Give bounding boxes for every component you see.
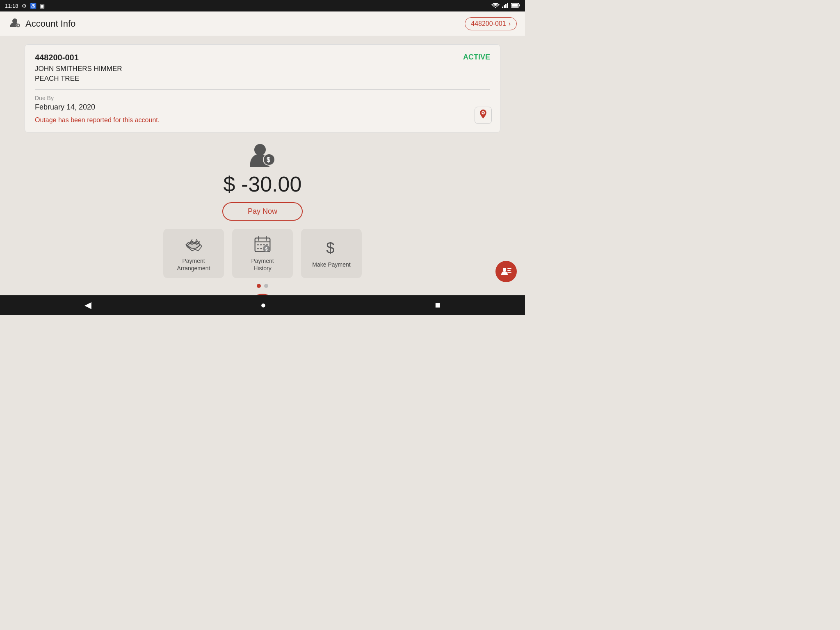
make-payment-button[interactable]: $ Make Payment: [301, 229, 362, 278]
svg-point-22: [263, 244, 265, 246]
page-title: Account Info: [25, 18, 75, 29]
home-button[interactable]: ●: [260, 300, 266, 310]
contacts-fab-icon: [500, 266, 512, 277]
wifi-icon: [491, 2, 500, 9]
account-status: ACTIVE: [463, 53, 490, 62]
accessibility-icon: ♿: [30, 3, 37, 9]
make-payment-label: Make Payment: [312, 261, 350, 268]
account-location: PEACH TREE: [35, 75, 490, 83]
status-bar-right: [491, 2, 520, 9]
recent-apps-button[interactable]: ■: [435, 300, 441, 310]
svg-text:$: $: [326, 240, 334, 256]
signal-icon: [502, 2, 509, 9]
svg-point-25: [260, 248, 262, 249]
settings-icon: ⚙: [22, 3, 27, 9]
svg-point-13: [254, 144, 266, 155]
svg-text:$: $: [265, 246, 267, 251]
balance-amount: $ -30.00: [224, 172, 302, 196]
back-button[interactable]: ◀: [84, 300, 91, 310]
pay-now-button[interactable]: Pay Now: [222, 202, 303, 221]
contacts-fab[interactable]: [495, 261, 517, 282]
account-number: 448200-001: [35, 53, 79, 62]
main-content: 448200-001 ACTIVE JOHN SMITHERS HIMMER P…: [0, 36, 525, 315]
status-bar-left: 11:18 ⚙ ♿ ▣: [5, 3, 45, 9]
svg-point-0: [495, 7, 496, 8]
account-badge-number: 448200-001: [471, 20, 506, 27]
svg-rect-1: [502, 7, 503, 8]
status-bar: 11:18 ⚙ ♿ ▣: [0, 0, 525, 11]
balance-section: $ $ -30.00 Pay Now: [25, 142, 500, 221]
handshake-icon: [185, 235, 203, 253]
payment-arrangement-button[interactable]: PaymentArrangement: [163, 229, 224, 278]
pagination-dot-2[interactable]: [264, 284, 268, 288]
account-icon: i: [8, 16, 21, 31]
chevron-right-icon: ›: [509, 20, 511, 27]
pagination-dot-1[interactable]: [257, 284, 261, 288]
svg-text:$: $: [267, 156, 270, 163]
payment-history-label: PaymentHistory: [251, 257, 274, 272]
outage-location-icon[interactable]: [475, 107, 492, 124]
outage-message: Outage has been reported for this accoun…: [35, 116, 490, 124]
svg-rect-3: [505, 4, 507, 8]
payment-history-button[interactable]: $ PaymentHistory: [232, 229, 293, 278]
payment-history-icon: $: [253, 235, 272, 253]
time-display: 11:18: [5, 3, 18, 9]
pagination-dots: [25, 284, 500, 288]
account-badge[interactable]: 448200-001 ›: [465, 17, 517, 30]
svg-point-29: [503, 268, 506, 271]
bottom-navigation-bar: ◀ ● ■: [0, 295, 525, 315]
svg-rect-2: [504, 5, 505, 8]
svg-point-20: [257, 244, 259, 246]
due-label: Due By: [35, 95, 490, 101]
account-card-header: 448200-001 ACTIVE: [35, 53, 490, 62]
svg-point-21: [260, 244, 262, 246]
action-buttons-container: PaymentArrangement $ PaymentHi: [25, 229, 500, 278]
due-date: February 14, 2020: [35, 103, 490, 112]
payment-arrangement-label: PaymentArrangement: [177, 257, 210, 272]
svg-rect-4: [507, 3, 508, 8]
balance-user-icon: $: [248, 142, 277, 169]
app-bar: i Account Info 448200-001 ›: [0, 11, 525, 36]
svg-rect-7: [512, 4, 518, 7]
card-divider: [35, 89, 490, 90]
customer-name: JOHN SMITHERS HIMMER: [35, 65, 490, 73]
make-payment-icon: $: [322, 239, 340, 257]
account-card: 448200-001 ACTIVE JOHN SMITHERS HIMMER P…: [25, 44, 500, 132]
app-bar-left: i Account Info: [8, 16, 75, 31]
svg-point-24: [257, 248, 259, 249]
sim-icon: ▣: [40, 3, 45, 9]
svg-rect-6: [519, 4, 520, 6]
battery-icon: [511, 3, 520, 9]
